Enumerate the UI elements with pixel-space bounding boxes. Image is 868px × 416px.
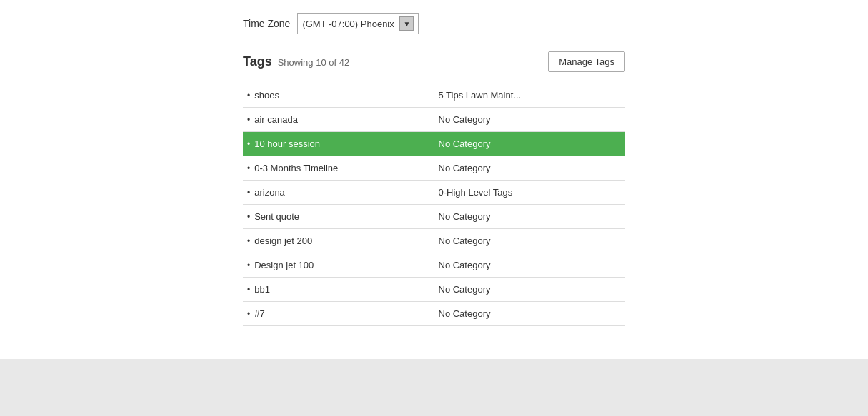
timezone-dropdown-button[interactable]: ▼ [399, 16, 414, 31]
tag-category-cell: 0-High Level Tags [434, 181, 626, 205]
tag-name-cell: •Sent quote [243, 205, 434, 229]
tag-name-cell: •design jet 200 [243, 229, 434, 253]
tag-name: #7 [254, 308, 264, 319]
tags-count: Showing 10 of 42 [278, 57, 349, 68]
timezone-row: Time Zone (GMT -07:00) Phoenix ▼ [243, 7, 625, 34]
bullet-icon: • [247, 91, 250, 101]
bullet-icon: • [247, 212, 250, 222]
tag-category-cell: No Category [434, 156, 626, 181]
tag-name-cell: •#7 [243, 302, 434, 326]
tag-category-cell: No Category [434, 108, 626, 132]
tag-name: Design jet 100 [254, 260, 314, 270]
tag-name-cell: •shoes [243, 83, 434, 108]
tag-category-cell: No Category [434, 302, 626, 326]
bullet-icon: • [247, 139, 250, 149]
manage-tags-button[interactable]: Manage Tags [548, 51, 625, 72]
tags-header: Tags Showing 10 of 42 Manage Tags [243, 51, 625, 72]
tags-title-area: Tags Showing 10 of 42 [243, 54, 349, 69]
timezone-select-wrapper[interactable]: (GMT -07:00) Phoenix ▼ [297, 13, 419, 34]
tag-name-cell: •Design jet 100 [243, 253, 434, 278]
bullet-icon: • [247, 309, 250, 319]
bullet-icon: • [247, 115, 250, 125]
tag-name-cell: •10 hour session [243, 132, 434, 156]
table-row[interactable]: •arizona0-High Level Tags [243, 181, 625, 205]
table-row[interactable]: •10 hour sessionNo Category [243, 132, 625, 156]
tag-name-cell: •bb1 [243, 278, 434, 302]
tag-name: arizona [254, 187, 285, 198]
tag-category-cell: No Category [434, 278, 626, 302]
tag-category-cell: 5 Tips Lawn Maint... [434, 83, 626, 108]
bullet-icon: • [247, 236, 250, 246]
tag-category-cell: No Category [434, 253, 626, 278]
table-row[interactable]: •Design jet 100No Category [243, 253, 625, 278]
bottom-area [0, 359, 868, 416]
tag-name: Sent quote [254, 211, 299, 222]
bullet-icon: • [247, 163, 250, 173]
bullet-icon: • [247, 188, 250, 198]
table-row[interactable]: •Sent quoteNo Category [243, 205, 625, 229]
timezone-label: Time Zone [243, 18, 290, 29]
table-row[interactable]: •#7No Category [243, 302, 625, 326]
table-row[interactable]: •0-3 Months TimelineNo Category [243, 156, 625, 181]
tags-table: •shoes5 Tips Lawn Maint...•air canadaNo … [243, 83, 625, 326]
tag-name: 10 hour session [254, 138, 320, 149]
tag-name: bb1 [254, 284, 270, 295]
tags-title: Tags [243, 54, 272, 69]
bullet-icon: • [247, 285, 250, 295]
table-row[interactable]: •design jet 200No Category [243, 229, 625, 253]
tag-name-cell: •0-3 Months Timeline [243, 156, 434, 181]
tag-category-cell: No Category [434, 132, 626, 156]
timezone-value: (GMT -07:00) Phoenix [302, 19, 399, 29]
tag-category-cell: No Category [434, 205, 626, 229]
content-area: Time Zone (GMT -07:00) Phoenix ▼ Tags Sh… [0, 0, 868, 355]
table-row[interactable]: •air canadaNo Category [243, 108, 625, 132]
bullet-icon: • [247, 260, 250, 270]
tag-name: 0-3 Months Timeline [254, 163, 338, 173]
tag-name: design jet 200 [254, 235, 312, 246]
tag-name-cell: •arizona [243, 181, 434, 205]
table-row[interactable]: •bb1No Category [243, 278, 625, 302]
tag-name: air canada [254, 114, 298, 125]
tag-category-cell: No Category [434, 229, 626, 253]
tag-name-cell: •air canada [243, 108, 434, 132]
page-wrapper: Time Zone (GMT -07:00) Phoenix ▼ Tags Sh… [0, 0, 868, 416]
table-row[interactable]: •shoes5 Tips Lawn Maint... [243, 83, 625, 108]
tag-name: shoes [254, 90, 279, 101]
